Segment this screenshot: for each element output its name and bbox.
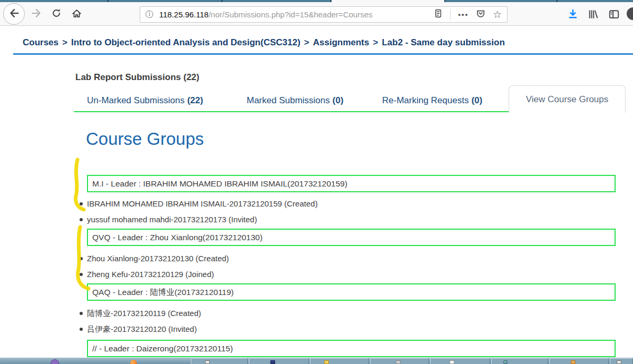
url-path: /nor/Submissions.php?id=15&header=Course… bbox=[209, 10, 373, 19]
bookmark-star-icon[interactable]: ☆ bbox=[493, 9, 502, 19]
member-text: Zhou Xianlong-201732120130 (Created) bbox=[87, 254, 229, 263]
breadcrumb-separator: > bbox=[304, 37, 309, 47]
url-text[interactable]: 118.25.96.118/nor/Submissions.php?id=15&… bbox=[159, 10, 431, 19]
breadcrumb-item-assignments[interactable]: Assignments bbox=[313, 37, 369, 47]
purple-app-icon[interactable] bbox=[51, 359, 59, 364]
bullet-icon bbox=[80, 218, 83, 221]
bullet-icon bbox=[80, 257, 83, 260]
member-text: 吕伊豪-201732120120 (Invited) bbox=[87, 324, 197, 333]
bullet-icon bbox=[80, 273, 83, 276]
taskbar-button[interactable] bbox=[549, 358, 609, 364]
bullet-icon bbox=[80, 328, 83, 331]
group-member-item: IBRAHIM MOHAMED IBRAHIM ISMAIL-201732120… bbox=[87, 196, 616, 212]
account-icon[interactable] bbox=[627, 7, 633, 20]
group-header-box: QAQ - Leader : 陆博业(201732120119) bbox=[87, 283, 616, 301]
back-arrow-icon bbox=[9, 8, 20, 21]
tab-unmarked-submissions[interactable]: Un-Marked Submissions(22) bbox=[87, 95, 203, 106]
reload-icon bbox=[52, 8, 61, 20]
forward-arrow-icon bbox=[31, 8, 42, 21]
back-button[interactable] bbox=[3, 3, 25, 25]
bullet-icon bbox=[80, 312, 83, 315]
page-content: Courses>Intro to Object-oriented Analysi… bbox=[0, 26, 633, 358]
home-icon bbox=[72, 8, 82, 21]
member-text: Zheng Kefu-201732120129 (Joined) bbox=[87, 270, 214, 279]
breadcrumb-separator: > bbox=[373, 37, 378, 47]
site-info-icon[interactable]: ⓘ bbox=[145, 9, 153, 19]
home-button[interactable] bbox=[70, 8, 83, 21]
tab-label: Re-Marking Requests bbox=[382, 95, 469, 105]
taskbar-button[interactable] bbox=[191, 358, 248, 364]
breadcrumb-item-course-name[interactable]: Intro to Object-oriented Analysis and De… bbox=[71, 37, 300, 47]
taskbar-button[interactable] bbox=[610, 358, 633, 364]
breadcrumb-separator: > bbox=[62, 37, 67, 47]
group-member-item: 陆博业-201732120119 (Created) bbox=[87, 306, 616, 321]
url-bar[interactable]: ⓘ 118.25.96.118/nor/Submissions.php?id=1… bbox=[140, 6, 508, 23]
tab-count: (0) bbox=[333, 95, 344, 105]
bullet-icon bbox=[80, 202, 83, 205]
tabs-underline bbox=[74, 111, 509, 112]
reader-mode-icon[interactable] bbox=[434, 9, 443, 20]
urlbar-separator bbox=[450, 9, 451, 20]
section-title: Course Groups bbox=[86, 129, 204, 149]
reload-button[interactable] bbox=[50, 8, 63, 21]
firefox-taskbar-icon[interactable] bbox=[130, 360, 137, 364]
sidebar-icon[interactable] bbox=[607, 8, 621, 21]
tab-view-course-groups[interactable]: View Course Groups bbox=[509, 85, 626, 113]
group-member-item: yussuf mohamed mahdi-201732120173 (Invit… bbox=[87, 212, 616, 228]
page-title: Lab Report Submissions (22) bbox=[75, 72, 199, 83]
tab-label: View Course Groups bbox=[526, 94, 609, 105]
taskbar-button[interactable] bbox=[310, 358, 369, 364]
url-domain: 118.25.96.118 bbox=[159, 10, 209, 19]
tab-count: (0) bbox=[471, 95, 482, 105]
group-header-box: QVQ - Leader : Zhou Xianlong(20173212013… bbox=[87, 229, 616, 246]
member-text: 陆博业-201732120119 (Created) bbox=[87, 309, 201, 318]
member-text: yussuf mohamed mahdi-201732120173 (Invit… bbox=[87, 215, 257, 224]
taskbar-button[interactable] bbox=[370, 358, 429, 364]
page-actions-icon[interactable]: ••• bbox=[458, 11, 469, 18]
tab-remarking-requests[interactable]: Re-Marking Requests(0) bbox=[382, 95, 482, 106]
breadcrumb: Courses>Intro to Object-oriented Analysi… bbox=[23, 37, 505, 48]
taskbar-button[interactable] bbox=[249, 358, 309, 364]
tab-label: Marked Submissions bbox=[247, 95, 330, 105]
tab-label: Un-Marked Submissions bbox=[87, 95, 184, 105]
course-groups-list: M.I - Leader : IBRAHIM MOHAMED IBRAHIM I… bbox=[87, 175, 616, 357]
taskbar-button[interactable] bbox=[430, 358, 490, 364]
group-header-box: M.I - Leader : IBRAHIM MOHAMED IBRAHIM I… bbox=[87, 175, 616, 192]
group-member-item: Zheng Kefu-201732120129 (Joined) bbox=[87, 267, 616, 282]
tab-count: (22) bbox=[187, 95, 203, 105]
pocket-icon[interactable] bbox=[476, 9, 485, 21]
forward-button[interactable] bbox=[30, 8, 43, 21]
breadcrumb-divider bbox=[13, 53, 633, 55]
windows-taskbar[interactable] bbox=[0, 358, 633, 364]
group-member-item: 吕伊豪-201732120120 (Invited) bbox=[87, 321, 616, 337]
downloads-icon[interactable] bbox=[566, 8, 580, 21]
url-fade-overlay bbox=[410, 10, 431, 19]
urlbar-action-icons: ••• ☆ bbox=[434, 9, 502, 21]
browser-window: ⓘ 118.25.96.118/nor/Submissions.php?id=1… bbox=[0, 0, 633, 364]
group-member-item: Zhou Xianlong-201732120130 (Created) bbox=[87, 251, 616, 267]
taskbar-button[interactable] bbox=[491, 358, 548, 364]
member-text: IBRAHIM MOHAMED IBRAHIM ISMAIL-201732120… bbox=[87, 199, 318, 208]
library-icon[interactable] bbox=[586, 8, 600, 21]
breadcrumb-item-lab2[interactable]: Lab2 - Same day submission bbox=[382, 37, 504, 47]
tab-marked-submissions[interactable]: Marked Submissions(0) bbox=[247, 95, 344, 106]
group-header-box: // - Leader : Daizerong(201732120115) bbox=[87, 340, 616, 357]
breadcrumb-item-courses[interactable]: Courses bbox=[23, 37, 59, 47]
browser-toolbar: ⓘ 118.25.96.118/nor/Submissions.php?id=1… bbox=[0, 2, 633, 26]
